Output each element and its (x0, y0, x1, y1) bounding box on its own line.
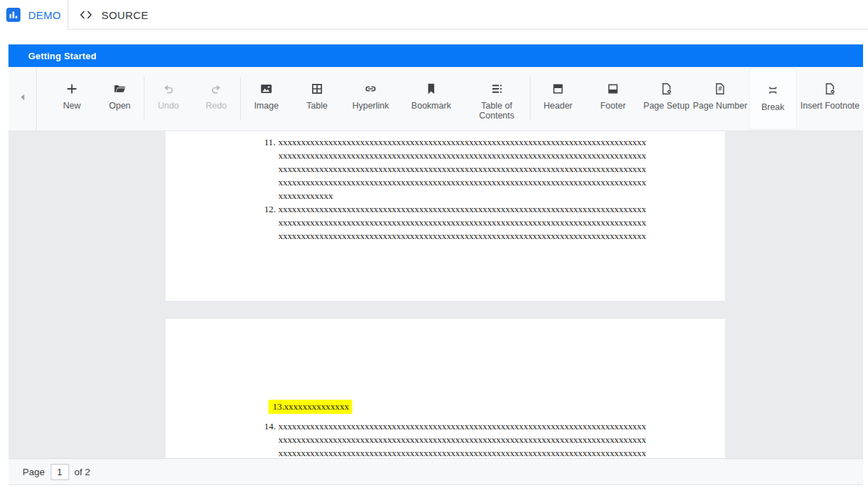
bar-chart-icon (6, 8, 20, 22)
table-button[interactable]: Table (292, 67, 342, 130)
highlighted-text: 13. xxxxxxxxxxxxxx (268, 400, 352, 414)
list-number: 13. (273, 400, 284, 413)
page-break-icon (767, 84, 779, 97)
image-button[interactable]: Image (241, 67, 292, 130)
top-tab-bar: DEMO SOURCE (0, 0, 868, 30)
page-count-label: of 2 (75, 467, 91, 477)
page-gear-icon (660, 82, 673, 95)
redo-button[interactable]: Redo (192, 67, 240, 130)
document-line: xxxxxxxxxxxxxxxxxxxxxxxxxxxxxxxxxxxxxxxx… (278, 446, 646, 458)
banner-title: Getting Started (28, 51, 97, 61)
svg-text:#: # (717, 85, 722, 92)
list-number: 12. (264, 202, 278, 243)
document-line: xxxxxxxxxxxxxxxxxxxxxxxxxxxxxxxxxxxxxxxx… (278, 135, 646, 149)
list-number: 11. (264, 135, 278, 202)
folder-open-icon (113, 82, 126, 95)
toolbar-scroll-left-button[interactable] (8, 67, 37, 130)
header-box-icon (552, 82, 564, 95)
undo-button[interactable]: Undo (144, 67, 192, 130)
document-viewer[interactable]: 11. xxxxxxxxxxxxxxxxxxxxxxxxxxxxxxxxxxxx… (8, 131, 863, 458)
tab-demo-label: DEMO (28, 9, 61, 21)
document-line: xxxxxxxxxxxxxxxxxxxxxxxxxxxxxxxxxxxxxxxx… (278, 433, 646, 446)
chevron-left-icon (18, 92, 27, 105)
footer-button[interactable]: Footer (585, 67, 640, 130)
undo-arrow-icon (162, 82, 175, 95)
status-bar: Page of 2 (8, 458, 863, 485)
header-button[interactable]: Header (531, 67, 585, 130)
link-icon (364, 82, 377, 95)
document-line: xxxxxxxxxxxxxxxxxxxxxxxxxxxxxxxxxxxxxxxx… (278, 419, 646, 433)
document-line: xxxxxxxxxxxxxxxxxxxxxxxxxxxxxxxxxxxxxxxx… (278, 176, 646, 189)
footer-box-icon (607, 82, 619, 95)
demo-container: Getting Started New Open (8, 44, 863, 485)
page-hash-icon: # (714, 82, 726, 95)
code-brackets-icon (78, 8, 94, 21)
document-page-1[interactable]: 11. xxxxxxxxxxxxxxxxxxxxxxxxxxxxxxxxxxxx… (166, 131, 725, 302)
app-window: DEMO SOURCE Getting Started New (0, 0, 868, 490)
document-line: xxxxxxxxxxxxxxxxxxxxxxxxxxxxxxxxxxxxxxxx… (278, 162, 646, 176)
list-item-14: 14. xxxxxxxxxxxxxxxxxxxxxxxxxxxxxxxxxxxx… (166, 419, 725, 458)
getting-started-banner: Getting Started (8, 44, 863, 67)
toolbar-items: New Open Undo Redo I (37, 67, 863, 130)
break-button-group: Break (749, 68, 797, 130)
page-gear-icon (824, 82, 836, 95)
document-page-2[interactable]: 13. xxxxxxxxxxxxxx 14. xxxxxxxxxxxxxxxxx… (166, 318, 725, 458)
list-item-12: 12. xxxxxxxxxxxxxxxxxxxxxxxxxxxxxxxxxxxx… (166, 202, 725, 243)
document-line: xxxxxxxxxxxxxxxxxxxxxxxxxxxxxxxxxxxxxxxx… (278, 229, 646, 243)
break-button[interactable]: Break (750, 68, 796, 129)
page-setup-button[interactable]: Page Setup (640, 67, 693, 130)
table-grid-icon (311, 82, 323, 95)
open-button[interactable]: Open (96, 67, 144, 130)
document-line: xxxxxxxxxxxxxxxxxxxxxxxxxxxxxxxxxxxxxxxx… (278, 216, 646, 229)
insert-footnote-button[interactable]: Insert Footnote (798, 67, 862, 130)
document-line: xxxxxxxxxxxxxxxxxxxxxxxxxxxxxxxxxxxxxxxx… (278, 149, 646, 162)
tab-source[interactable]: SOURCE (68, 0, 149, 30)
tab-source-label: SOURCE (101, 9, 149, 21)
bookmark-button[interactable]: Bookmark (399, 67, 464, 130)
list-item-11: 11. xxxxxxxxxxxxxxxxxxxxxxxxxxxxxxxxxxxx… (166, 135, 725, 202)
list-item-13: 13. xxxxxxxxxxxxxx (166, 400, 725, 414)
page-label: Page (23, 467, 45, 477)
document-line: xxxxxxxxxxxxxxxxxxxxxxxxxxxxxxxxxxxxxxxx… (278, 202, 646, 216)
toolbar: New Open Undo Redo I (8, 67, 863, 131)
document-line: xxxxxxxxxxxxxx (284, 400, 349, 413)
bookmark-icon (425, 82, 438, 95)
document-line: xxxxxxxxxxxx (278, 189, 646, 202)
table-of-contents-button[interactable]: Table of Contents (464, 67, 530, 130)
new-button[interactable]: New (48, 67, 96, 130)
hyperlink-button[interactable]: Hyperlink (342, 67, 399, 130)
plus-icon (66, 82, 78, 95)
page-number-button[interactable]: # Page Number (693, 67, 748, 130)
tab-demo[interactable]: DEMO (0, 0, 68, 30)
redo-arrow-icon (210, 82, 223, 95)
picture-icon (260, 82, 273, 95)
toc-lines-icon (490, 82, 503, 95)
page-number-input[interactable] (51, 464, 69, 480)
list-number: 14. (264, 419, 278, 458)
